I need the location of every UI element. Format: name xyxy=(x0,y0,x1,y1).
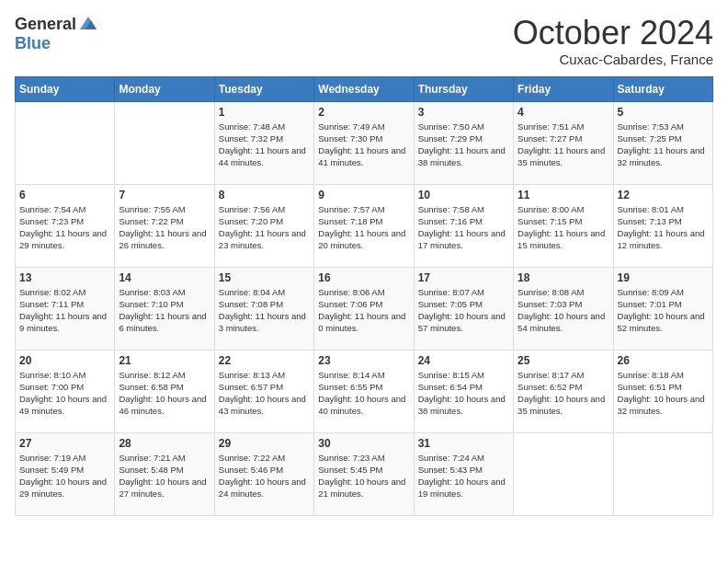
day-number: 18 xyxy=(518,271,609,284)
calendar-cell: 28Sunrise: 7:21 AMSunset: 5:48 PMDayligh… xyxy=(115,432,214,515)
day-number: 4 xyxy=(518,106,609,119)
calendar-cell: 16Sunrise: 8:06 AMSunset: 7:06 PMDayligh… xyxy=(314,267,414,350)
day-number: 7 xyxy=(119,189,210,201)
weekday-header-monday: Monday xyxy=(115,76,214,101)
calendar-cell: 25Sunrise: 8:17 AMSunset: 6:52 PMDayligh… xyxy=(514,350,613,432)
day-number: 19 xyxy=(618,271,709,284)
calendar-cell: 14Sunrise: 8:03 AMSunset: 7:10 PMDayligh… xyxy=(115,267,214,350)
logo-icon xyxy=(78,13,98,33)
weekday-header-saturday: Saturday xyxy=(613,76,712,101)
calendar-cell: 30Sunrise: 7:23 AMSunset: 5:45 PMDayligh… xyxy=(314,432,414,515)
day-info: Sunrise: 7:51 AMSunset: 7:27 PMDaylight:… xyxy=(518,121,609,169)
logo-blue: Blue xyxy=(15,34,51,52)
day-info: Sunrise: 7:53 AMSunset: 7:25 PMDaylight:… xyxy=(618,121,709,169)
weekday-header-wednesday: Wednesday xyxy=(314,76,414,101)
day-info: Sunrise: 8:00 AMSunset: 7:15 PMDaylight:… xyxy=(518,203,609,252)
day-number: 5 xyxy=(618,106,709,119)
calendar-cell: 24Sunrise: 8:15 AMSunset: 6:54 PMDayligh… xyxy=(414,350,513,432)
day-info: Sunrise: 7:49 AMSunset: 7:30 PMDaylight:… xyxy=(318,121,409,169)
day-number: 11 xyxy=(518,189,609,201)
day-number: 22 xyxy=(219,354,310,367)
calendar-cell xyxy=(16,101,115,184)
day-number: 6 xyxy=(19,189,110,201)
day-number: 21 xyxy=(119,354,210,367)
calendar-cell xyxy=(514,432,613,515)
day-info: Sunrise: 8:12 AMSunset: 6:58 PMDaylight:… xyxy=(119,369,210,418)
day-number: 20 xyxy=(19,354,110,367)
day-info: Sunrise: 8:02 AMSunset: 7:11 PMDaylight:… xyxy=(19,286,110,335)
day-info: Sunrise: 8:01 AMSunset: 7:13 PMDaylight:… xyxy=(618,203,709,252)
calendar-cell: 23Sunrise: 8:14 AMSunset: 6:55 PMDayligh… xyxy=(314,350,414,432)
day-info: Sunrise: 8:07 AMSunset: 7:05 PMDaylight:… xyxy=(418,286,509,335)
day-info: Sunrise: 8:03 AMSunset: 7:10 PMDaylight:… xyxy=(119,286,210,335)
logo: General Blue xyxy=(15,15,98,53)
weekday-header-friday: Friday xyxy=(514,76,613,101)
page-header: General Blue October 2024 Cuxac-Cabardes… xyxy=(15,15,713,67)
weekday-header-tuesday: Tuesday xyxy=(214,76,313,101)
day-number: 14 xyxy=(119,271,210,284)
day-info: Sunrise: 8:10 AMSunset: 7:00 PMDaylight:… xyxy=(19,369,110,418)
day-info: Sunrise: 7:19 AMSunset: 5:49 PMDaylight:… xyxy=(19,452,110,500)
day-info: Sunrise: 7:21 AMSunset: 5:48 PMDaylight:… xyxy=(119,452,210,500)
calendar-cell: 21Sunrise: 8:12 AMSunset: 6:58 PMDayligh… xyxy=(115,350,214,432)
calendar-cell: 5Sunrise: 7:53 AMSunset: 7:25 PMDaylight… xyxy=(613,101,712,184)
day-number: 3 xyxy=(418,106,509,119)
subtitle: Cuxac-Cabardes, France xyxy=(513,52,713,67)
calendar-cell: 15Sunrise: 8:04 AMSunset: 7:08 PMDayligh… xyxy=(214,267,313,350)
calendar-table: SundayMondayTuesdayWednesdayThursdayFrid… xyxy=(15,76,713,516)
calendar-cell: 13Sunrise: 8:02 AMSunset: 7:11 PMDayligh… xyxy=(16,267,115,350)
day-info: Sunrise: 7:50 AMSunset: 7:29 PMDaylight:… xyxy=(418,121,509,169)
calendar-cell: 10Sunrise: 7:58 AMSunset: 7:16 PMDayligh… xyxy=(414,184,513,267)
day-number: 2 xyxy=(318,106,409,119)
day-number: 23 xyxy=(318,354,409,367)
calendar-cell: 7Sunrise: 7:55 AMSunset: 7:22 PMDaylight… xyxy=(115,184,214,267)
day-number: 27 xyxy=(19,437,110,450)
day-number: 25 xyxy=(518,354,609,367)
day-info: Sunrise: 7:22 AMSunset: 5:46 PMDaylight:… xyxy=(219,452,310,500)
day-number: 16 xyxy=(318,271,409,284)
calendar-cell: 12Sunrise: 8:01 AMSunset: 7:13 PMDayligh… xyxy=(613,184,712,267)
weekday-header-thursday: Thursday xyxy=(414,76,513,101)
day-number: 30 xyxy=(318,437,409,450)
calendar-cell: 6Sunrise: 7:54 AMSunset: 7:23 PMDaylight… xyxy=(16,184,115,267)
day-info: Sunrise: 8:18 AMSunset: 6:51 PMDaylight:… xyxy=(618,369,709,418)
day-info: Sunrise: 7:23 AMSunset: 5:45 PMDaylight:… xyxy=(318,452,409,500)
day-info: Sunrise: 8:08 AMSunset: 7:03 PMDaylight:… xyxy=(518,286,609,335)
day-number: 31 xyxy=(418,437,509,450)
calendar-cell: 11Sunrise: 8:00 AMSunset: 7:15 PMDayligh… xyxy=(514,184,613,267)
day-number: 10 xyxy=(418,189,509,201)
day-info: Sunrise: 7:58 AMSunset: 7:16 PMDaylight:… xyxy=(418,203,509,252)
day-number: 9 xyxy=(318,189,409,201)
day-number: 28 xyxy=(119,437,210,450)
day-info: Sunrise: 8:17 AMSunset: 6:52 PMDaylight:… xyxy=(518,369,609,418)
calendar-cell: 20Sunrise: 8:10 AMSunset: 7:00 PMDayligh… xyxy=(16,350,115,432)
calendar-cell: 2Sunrise: 7:49 AMSunset: 7:30 PMDaylight… xyxy=(314,101,414,184)
calendar-cell: 22Sunrise: 8:13 AMSunset: 6:57 PMDayligh… xyxy=(214,350,313,432)
calendar-cell xyxy=(115,101,214,184)
logo-general: General xyxy=(15,16,76,34)
day-number: 15 xyxy=(219,271,310,284)
calendar-cell: 17Sunrise: 8:07 AMSunset: 7:05 PMDayligh… xyxy=(414,267,513,350)
day-info: Sunrise: 8:14 AMSunset: 6:55 PMDaylight:… xyxy=(318,369,409,418)
day-info: Sunrise: 8:04 AMSunset: 7:08 PMDaylight:… xyxy=(219,286,310,335)
day-info: Sunrise: 8:09 AMSunset: 7:01 PMDaylight:… xyxy=(618,286,709,335)
day-number: 13 xyxy=(19,271,110,284)
day-info: Sunrise: 8:13 AMSunset: 6:57 PMDaylight:… xyxy=(219,369,310,418)
calendar-cell: 27Sunrise: 7:19 AMSunset: 5:49 PMDayligh… xyxy=(16,432,115,515)
day-number: 17 xyxy=(418,271,509,284)
day-number: 12 xyxy=(618,189,709,201)
day-number: 26 xyxy=(618,354,709,367)
day-info: Sunrise: 7:48 AMSunset: 7:32 PMDaylight:… xyxy=(219,121,310,169)
day-number: 29 xyxy=(219,437,310,450)
calendar-cell: 18Sunrise: 8:08 AMSunset: 7:03 PMDayligh… xyxy=(514,267,613,350)
day-info: Sunrise: 7:24 AMSunset: 5:43 PMDaylight:… xyxy=(418,452,509,500)
calendar-cell: 19Sunrise: 8:09 AMSunset: 7:01 PMDayligh… xyxy=(613,267,712,350)
calendar-cell: 8Sunrise: 7:56 AMSunset: 7:20 PMDaylight… xyxy=(214,184,313,267)
calendar-cell: 31Sunrise: 7:24 AMSunset: 5:43 PMDayligh… xyxy=(414,432,513,515)
calendar-cell: 9Sunrise: 7:57 AMSunset: 7:18 PMDaylight… xyxy=(314,184,414,267)
day-number: 24 xyxy=(418,354,509,367)
title-block: October 2024 Cuxac-Cabardes, France xyxy=(513,15,713,67)
month-title: October 2024 xyxy=(513,15,713,52)
weekday-header-sunday: Sunday xyxy=(16,76,115,101)
day-info: Sunrise: 7:57 AMSunset: 7:18 PMDaylight:… xyxy=(318,203,409,252)
